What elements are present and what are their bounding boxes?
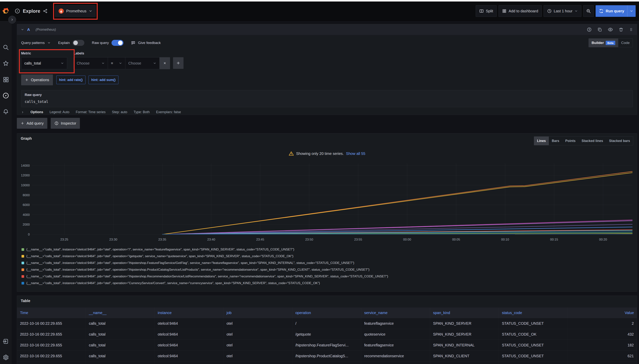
column-header-service-name[interactable]: service_name bbox=[361, 308, 430, 318]
dashboards-icon[interactable] bbox=[0, 76, 12, 84]
table-cell: featureflagservice bbox=[361, 340, 430, 350]
chevron-right-icon[interactable] bbox=[21, 111, 24, 114]
column-header-Value[interactable]: Value bbox=[568, 308, 637, 318]
graph-mode-points[interactable]: Points bbox=[562, 136, 578, 145]
legend-label: {__name__="calls_total", instance="otelc… bbox=[26, 248, 294, 252]
legend-swatch bbox=[22, 268, 24, 271]
metric-select[interactable]: calls_total bbox=[21, 57, 67, 69]
builder-tab[interactable]: Builder Beta bbox=[589, 38, 618, 47]
table-cell: calls_total bbox=[86, 340, 155, 350]
remove-label-filter-button[interactable]: × bbox=[160, 57, 170, 69]
duplicate-query-icon[interactable] bbox=[597, 27, 602, 32]
label-filter: Choose = Choose × bbox=[74, 57, 170, 69]
column-header-span-kind[interactable]: span_kind bbox=[430, 308, 499, 318]
remove-query-trash-icon[interactable] bbox=[618, 27, 624, 32]
table-cell: /hipstershop.Recommendation... bbox=[292, 362, 361, 364]
legend-item[interactable]: {__name__="calls_total", instance="otelc… bbox=[22, 253, 632, 260]
inspector-button[interactable]: Inspector bbox=[51, 118, 80, 129]
give-feedback-link[interactable]: Give feedback bbox=[131, 40, 161, 45]
query-editor-panel: A (Prometheus) Query patterns Explain Ra… bbox=[17, 24, 637, 115]
label-value-select[interactable]: Choose bbox=[125, 57, 160, 69]
show-all-series-link[interactable]: Show all 55 bbox=[346, 152, 365, 156]
legend-swatch bbox=[22, 248, 24, 251]
hide-response-eye-icon[interactable] bbox=[608, 27, 613, 32]
query-row-header[interactable]: A (Prometheus) bbox=[17, 24, 637, 35]
column-header-job[interactable]: job bbox=[224, 308, 292, 318]
raw-query-toggle[interactable] bbox=[112, 40, 124, 46]
legend-item[interactable]: {__name__="calls_total", instance="otelc… bbox=[22, 260, 632, 266]
query-patterns-dropdown[interactable]: Query patterns bbox=[21, 41, 51, 45]
graph-mode-lines[interactable]: Lines bbox=[534, 136, 549, 145]
legend-item[interactable]: {__name__="calls_total", instance="otelc… bbox=[22, 280, 632, 286]
svg-text:2000: 2000 bbox=[23, 223, 30, 226]
sign-in-icon[interactable] bbox=[0, 337, 12, 346]
alerting-bell-icon[interactable] bbox=[0, 108, 12, 116]
graph-mode-stacked-lines[interactable]: Stacked lines bbox=[578, 136, 606, 145]
options-title[interactable]: Options bbox=[30, 110, 43, 114]
drag-handle-icon[interactable] bbox=[629, 27, 633, 32]
legend-swatch bbox=[22, 282, 24, 284]
table-cell: otel bbox=[224, 329, 292, 340]
explore-icon[interactable] bbox=[0, 92, 12, 100]
column-header-status-code[interactable]: status_code bbox=[499, 308, 568, 318]
svg-text:00:10: 00:10 bbox=[501, 238, 509, 241]
code-tab[interactable]: Code bbox=[618, 38, 633, 47]
legend-item[interactable]: {__name__="calls_total", instance="otelc… bbox=[22, 246, 632, 253]
zoom-out-time-button[interactable] bbox=[583, 5, 594, 17]
table-cell: otelcol:9464 bbox=[155, 362, 224, 364]
table-body: 2022-10-16 00:22:29.655calls_totalotelco… bbox=[17, 318, 637, 364]
add-operations-button[interactable]: Operations bbox=[21, 74, 53, 85]
hint-button[interactable]: hint: add rate() bbox=[56, 76, 86, 84]
warning-triangle-icon bbox=[289, 151, 294, 156]
graph-mode-stacked-bars[interactable]: Stacked bars bbox=[606, 136, 633, 145]
table-panel: Table Time__name__instancejoboperationse… bbox=[17, 296, 637, 364]
table-cell: otelcol:9464 bbox=[155, 340, 224, 350]
graph-mode-bars[interactable]: Bars bbox=[549, 136, 562, 145]
hint-buttons: hint: add rate()hint: add sum() bbox=[56, 76, 118, 84]
table-cell: 621 bbox=[568, 362, 637, 364]
table-row: 2022-10-16 00:22:29.655calls_totalotelco… bbox=[17, 351, 637, 362]
settings-gear-icon[interactable] bbox=[0, 353, 12, 362]
datasource-picker[interactable]: Prometheus bbox=[55, 5, 96, 17]
label-operator-select[interactable]: = bbox=[108, 57, 125, 69]
chevron-down-icon bbox=[574, 9, 578, 13]
add-label-filter-button[interactable] bbox=[173, 57, 184, 69]
query-help-icon[interactable] bbox=[587, 27, 592, 32]
svg-text:23:35: 23:35 bbox=[158, 238, 166, 241]
legend-item[interactable]: {__name__="calls_total", instance="otelc… bbox=[22, 273, 632, 280]
search-icon[interactable] bbox=[0, 43, 12, 52]
time-range-picker[interactable]: Last 1 hour bbox=[544, 5, 582, 17]
svg-text:10000: 10000 bbox=[21, 184, 30, 187]
table-cell: 2022-10-16 00:22:29.655 bbox=[17, 340, 86, 350]
legend-swatch bbox=[22, 255, 24, 258]
add-to-dashboard-button[interactable]: Add to dashboard bbox=[498, 5, 542, 17]
column-header-Time[interactable]: Time bbox=[17, 308, 86, 318]
split-columns-icon bbox=[479, 9, 484, 13]
table-cell: otel bbox=[224, 340, 292, 350]
table-cell: SPAN_KIND_SERVER bbox=[430, 329, 499, 340]
explain-toggle[interactable] bbox=[72, 40, 84, 46]
table-cell: recommendationservice bbox=[361, 362, 430, 364]
labels-group: Labels Choose = Choose bbox=[74, 52, 184, 69]
timeseries-chart[interactable]: 0200040006000800010000120001400023:2523:… bbox=[20, 161, 634, 244]
add-query-button[interactable]: Add query bbox=[17, 118, 47, 129]
run-query-dropdown[interactable] bbox=[627, 5, 636, 17]
table-cell: featureflagservice bbox=[361, 318, 430, 329]
run-query-button[interactable]: Run query bbox=[596, 5, 636, 17]
label-key-select[interactable]: Choose bbox=[74, 57, 108, 69]
sidebar-expand-button[interactable] bbox=[8, 16, 16, 24]
graph-legend: {__name__="calls_total", instance="otelc… bbox=[22, 246, 632, 286]
column-header-instance[interactable]: instance bbox=[155, 308, 224, 318]
option-summary-item: Format: Time series bbox=[76, 110, 106, 114]
legend-item[interactable]: {__name__="calls_total", instance="otelc… bbox=[22, 266, 632, 273]
starred-icon[interactable] bbox=[0, 59, 12, 68]
hint-button[interactable]: hint: add sum() bbox=[88, 76, 118, 84]
raw-query-toggle-group: Raw query bbox=[92, 40, 124, 46]
column-header---name--[interactable]: __name__ bbox=[86, 308, 155, 318]
share-icon[interactable] bbox=[43, 8, 48, 14]
column-header-operation[interactable]: operation bbox=[292, 308, 361, 318]
collapse-chevron-icon[interactable] bbox=[21, 28, 24, 31]
table-cell: 182 bbox=[568, 340, 637, 350]
table-cell: STATUS_CODE_UNSET bbox=[499, 362, 568, 364]
split-button[interactable]: Split bbox=[476, 5, 497, 17]
